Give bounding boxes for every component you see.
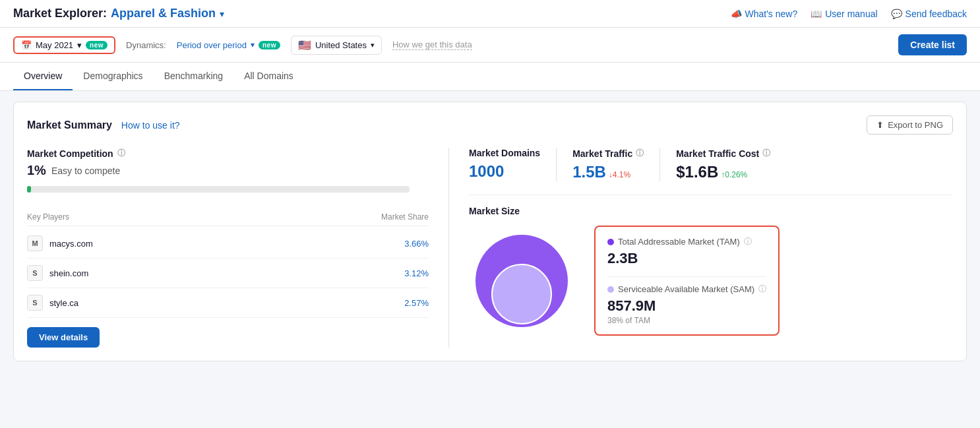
key-players-section: Key Players Market Share M macys.com 3.6…: [27, 208, 429, 348]
player-icon-1: S: [27, 265, 43, 281]
card-title-group: Market Summary How to use it?: [27, 119, 180, 131]
view-details-button[interactable]: View details: [27, 327, 100, 348]
sam-dot: [607, 286, 614, 293]
left-panel: Market Competition ⓘ 1% Easy to compete …: [27, 148, 449, 348]
dynamics-value: Period over period: [177, 40, 247, 50]
sam-sub: 38% of TAM: [607, 316, 766, 325]
sam-value: 857.9M: [607, 297, 766, 315]
traffic-info-icon[interactable]: ⓘ: [636, 148, 644, 159]
table-row: S style.ca 2.57%: [27, 288, 429, 318]
competition-progress-bg: [27, 186, 410, 193]
metrics-row: Market Domains 1000 Market Traffic ⓘ 1.5…: [469, 148, 953, 181]
market-competition-section: Market Competition ⓘ 1% Easy to compete: [27, 148, 429, 193]
sam-row: Serviceable Available Market (SAM) ⓘ 857…: [607, 284, 766, 325]
market-size-section: Market Size: [469, 206, 953, 336]
country-chevron-icon: ▾: [371, 41, 375, 49]
traffic-value-group: 1.5B ↓4.1%: [572, 163, 644, 181]
export-png-button[interactable]: ⬆ Export to PNG: [867, 115, 953, 135]
table-row: M macys.com 3.66%: [27, 229, 429, 259]
market-size-boxes: Total Addressable Market (TAM) ⓘ 2.3B Se…: [594, 226, 780, 336]
players-col-label: Key Players: [27, 212, 69, 222]
player-share-0: 3.66%: [404, 239, 429, 249]
top-bar: Market Explorer: Apparel & Fashion ▾ 📣 W…: [0, 0, 980, 28]
market-size-label: Market Size: [469, 206, 953, 216]
dynamics-chevron-icon: ▾: [251, 40, 255, 49]
view-details-wrapper: View details: [27, 318, 429, 348]
country-label: United States: [315, 40, 367, 50]
create-list-button[interactable]: Create list: [898, 34, 967, 55]
tam-dot: [607, 239, 614, 245]
send-feedback-link[interactable]: 💬 Send feedback: [891, 9, 967, 19]
tam-row: Total Addressable Market (TAM) ⓘ 2.3B: [607, 236, 766, 267]
divider: [469, 195, 953, 195]
table-row: S shein.com 3.12%: [27, 259, 429, 288]
user-manual-link[interactable]: 📖 User manual: [811, 9, 877, 19]
tam-value: 2.3B: [607, 250, 766, 267]
tab-demographics[interactable]: Demographics: [73, 63, 153, 90]
traffic-label: Market Traffic ⓘ: [572, 148, 644, 159]
traffic-change: ↓4.1%: [609, 170, 630, 179]
tab-overview[interactable]: Overview: [13, 63, 73, 90]
tab-benchmarking[interactable]: Benchmarking: [154, 63, 234, 90]
traffic-cost-change: ↑0.26%: [721, 170, 747, 179]
right-panel: Market Domains 1000 Market Traffic ⓘ 1.5…: [449, 148, 953, 348]
sam-info-icon[interactable]: ⓘ: [758, 284, 766, 295]
player-icon-0: M: [27, 235, 43, 251]
player-icon-2: S: [27, 295, 43, 311]
traffic-cost-info-icon[interactable]: ⓘ: [762, 148, 770, 159]
sam-label: Serviceable Available Market (SAM) ⓘ: [607, 284, 766, 295]
app-label: Market Explorer:: [13, 7, 107, 20]
upload-icon: ⬆: [876, 120, 884, 130]
nav-tabs: Overview Demographics Benchmarking All D…: [0, 63, 980, 91]
market-traffic-block: Market Traffic ⓘ 1.5B ↓4.1%: [572, 148, 660, 181]
competition-value: 1%: [27, 163, 46, 178]
domains-value: 1000: [469, 162, 540, 181]
megaphone-icon: 📣: [731, 9, 742, 19]
traffic-value: 1.5B: [572, 163, 606, 181]
summary-grid: Market Competition ⓘ 1% Easy to compete …: [27, 148, 953, 348]
player-name-0: macys.com: [49, 239, 404, 249]
flag-icon: 🇺🇸: [298, 39, 311, 51]
date-chevron-icon: ▾: [77, 40, 82, 50]
tam-label: Total Addressable Market (TAM) ⓘ: [607, 236, 766, 247]
domains-label: Market Domains: [469, 148, 540, 158]
players-table-header: Key Players Market Share: [27, 208, 429, 226]
player-name-1: shein.com: [49, 268, 404, 278]
market-domains-block: Market Domains 1000: [469, 148, 557, 181]
market-summary-card: Market Summary How to use it? ⬆ Export t…: [13, 102, 967, 361]
tam-info-icon[interactable]: ⓘ: [744, 236, 752, 247]
calendar-icon: 📅: [21, 40, 32, 50]
tab-all-domains[interactable]: All Domains: [233, 63, 304, 90]
competition-desc: Easy to compete: [51, 166, 120, 176]
dynamics-selector[interactable]: Period over period ▾ new: [177, 40, 280, 50]
app-title-chevron-icon[interactable]: ▾: [220, 9, 224, 19]
date-new-badge: new: [86, 41, 107, 49]
how-we-get-data-link[interactable]: How we get this data: [392, 40, 472, 50]
whats-new-link[interactable]: 📣 What's new?: [731, 9, 798, 19]
market-size-donut: [469, 228, 574, 334]
top-bar-actions: 📣 What's new? 📖 User manual 💬 Send feedb…: [731, 9, 967, 19]
competition-info-icon[interactable]: ⓘ: [117, 148, 125, 159]
book-icon: 📖: [811, 9, 822, 19]
main-content: Market Summary How to use it? ⬆ Export t…: [0, 91, 980, 372]
app-title: Apparel & Fashion: [111, 7, 216, 20]
competition-label: Market Competition ⓘ: [27, 148, 429, 159]
size-divider: [607, 276, 766, 277]
traffic-cost-value-group: $1.6B ↑0.26%: [676, 163, 770, 181]
toolbar: 📅 May 2021 ▾ new Dynamics: Period over p…: [0, 28, 980, 63]
date-picker[interactable]: 📅 May 2021 ▾ new: [13, 36, 115, 54]
share-col-label: Market Share: [381, 212, 429, 222]
dynamics-label: Dynamics:: [126, 40, 166, 50]
market-traffic-cost-block: Market Traffic Cost ⓘ $1.6B ↑0.26%: [676, 148, 786, 181]
player-share-1: 3.12%: [404, 268, 429, 278]
app-title-group: Market Explorer: Apparel & Fashion ▾: [13, 7, 224, 20]
country-selector[interactable]: 🇺🇸 United States ▾: [291, 36, 382, 55]
traffic-cost-value: $1.6B: [676, 163, 718, 181]
dynamics-new-badge: new: [259, 41, 280, 49]
how-to-use-link[interactable]: How to use it?: [121, 120, 180, 131]
market-size-content: Total Addressable Market (TAM) ⓘ 2.3B Se…: [469, 226, 953, 336]
competition-progress-fill: [27, 186, 31, 193]
traffic-cost-label: Market Traffic Cost ⓘ: [676, 148, 770, 159]
date-label: May 2021: [36, 40, 73, 50]
card-header: Market Summary How to use it? ⬆ Export t…: [27, 115, 953, 135]
